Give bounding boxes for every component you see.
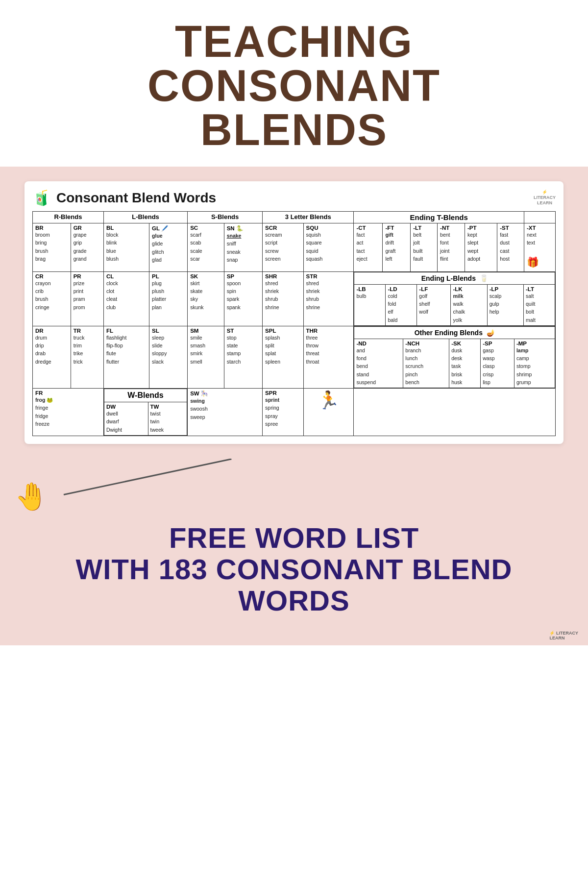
xt-col: -XT nexttext🎁 (524, 223, 555, 272)
lk-col: -LK milkwalkchalkyolk (451, 284, 487, 325)
ending-t-header: Ending T-Blends (354, 212, 524, 223)
lt-end-col: -LT saltquiltboltmalt (524, 284, 555, 325)
fl-col: FL flashlightflip-flopfluteflutter (103, 326, 149, 388)
hand-pointer-icon: 🤚 (15, 481, 49, 513)
bl-col: BL blockblinkblueblush (103, 223, 149, 272)
dw-col: DW dwelldwarfDwight (104, 402, 148, 436)
r-blends-header: R-Blends (33, 212, 104, 223)
lb-col: -LB bulb (354, 284, 386, 325)
sl-col: SL sleepslidesloppyslack (149, 326, 188, 388)
tw-col: TW twisttwintweek (148, 402, 187, 436)
bottom-section: 🤚 FREE WORD LISTWITH 183 CONSONANT BLEND… (0, 459, 588, 645)
cl-col: CL clockclotcleatclub (103, 271, 149, 326)
scr-col: SCR screamscriptscrewscreen (263, 223, 303, 272)
spr-col: SPR sprintspringsprayspree (263, 389, 303, 436)
blender-icon: 🧃 (32, 189, 50, 206)
sp-col: SP spoonspinsparkspank (224, 271, 262, 326)
st-end-col: -ST fastdustcasthost (497, 223, 524, 272)
sm-col: SM smilesmashsmirksmell (188, 326, 224, 388)
sc-col: SC scarfscabscalescar (188, 223, 224, 272)
w-blends-section: W-Blends DW dwelldwarfDwight TW twisttwi… (103, 389, 187, 436)
tr-col: TR trucktrimtriketrick (71, 326, 103, 388)
literacy-learn-footer: ⚡ LITERACYLEARN (549, 631, 578, 640)
middle-section: 🧃 Consonant Blend Words ⚡ LITERACY LEARN… (0, 167, 588, 459)
sk-col: SK skirtskateskyskunk (188, 271, 224, 326)
nd-col: -ND andfondbendstandsuspend (354, 339, 403, 388)
pl-col: PL plugplushplatterplan (149, 271, 188, 326)
s-blends-header: S-Blends (188, 212, 263, 223)
w-blends-header: W-Blends (104, 389, 187, 402)
bottom-text: FREE WORD LISTWITH 183 CONSONANT BLENDWO… (66, 517, 522, 626)
literacy-learn-badge: ⚡ LITERACY LEARN (534, 190, 556, 205)
gl-col: GL 🖊️ glueglideglitchglad (149, 223, 188, 272)
blend-table: R-Blends L-Blends S-Blends 3 Letter Blen… (32, 211, 556, 436)
st-col: ST stopstatestampstarch (224, 326, 262, 388)
str-col: STR shredshriekshrubshrine (303, 271, 354, 326)
lf-col: -LF golfshelfwolf (417, 284, 451, 325)
squ-col: SQU squishsquaresquidsquash (303, 223, 354, 272)
dr-col: DR drumdripdrabdredge (33, 326, 71, 388)
sw-col: SW 🎠 swingswooshsweep (188, 389, 263, 436)
table-card: 🧃 Consonant Blend Words ⚡ LITERACY LEARN… (24, 181, 564, 444)
ft-col: -FT giftdriftgraftleft (383, 223, 411, 272)
other-ending-section: Other Ending Blends 🪔 -ND andfondbendsta… (354, 326, 556, 388)
top-section: TEACHINGCONSONANTBLENDS (0, 0, 588, 167)
card-header: 🧃 Consonant Blend Words ⚡ LITERACY LEARN (32, 189, 556, 206)
cr-col: CR crayoncribbrushcringe (33, 271, 71, 326)
br-col: BR broombringbrushbrag (33, 223, 71, 272)
pt-col: -PT keptsleptweptadopt (465, 223, 497, 272)
ending-l-header: Ending L-Blends 🥛 (354, 272, 555, 284)
ct-col: -CT factacttacteject (354, 223, 383, 272)
pointer-stick (64, 459, 232, 495)
ld-col: -LD coldfoldelfbald (386, 284, 417, 325)
card-title: Consonant Blend Words (56, 190, 216, 206)
lp-col: -LP scalpgulphelp (487, 284, 523, 325)
main-title: TEACHINGCONSONANTBLENDS (147, 20, 441, 152)
pointer-hand-area: 🤚 (0, 459, 588, 517)
thr-col: THR threethrowthreatthroat (303, 326, 354, 388)
filler-cell (354, 389, 556, 436)
lt-col: -LT beltjoltbuiltfault (411, 223, 438, 272)
fr-col: FR frog 🐸fringefridgefreeze (33, 389, 104, 436)
sn-col: SN 🐍 snakesniffsneaksnap (224, 223, 262, 272)
nt-col: -NT bentfontjointflint (438, 223, 465, 272)
sk-end-col: -SK duskdesktaskbriskhusk (449, 339, 481, 388)
mp-col: -MP lampcampstompshrimpgrump (514, 339, 555, 388)
other-ending-header: Other Ending Blends 🪔 (354, 326, 555, 339)
runner-cell: 🏃 (303, 389, 354, 436)
sp-end-col: -SP gaspwaspclaspcrisplisp (481, 339, 514, 388)
gr-col: GR grapegripgradegrand (71, 223, 103, 272)
spl-col: SPL splashsplitsplatspleen (263, 326, 303, 388)
shr-col: SHR shredshriekshrubshrine (263, 271, 303, 326)
three-letter-header: 3 Letter Blends (263, 212, 354, 223)
nch-col: -NCH branchlunchscrunchpinchbench (403, 339, 449, 388)
ending-l-section: Ending L-Blends 🥛 -LB bulb -LD coldfolde… (354, 271, 556, 326)
l-blends-header: L-Blends (103, 212, 187, 223)
pr-col: PR prizeprintpramprom (71, 271, 103, 326)
